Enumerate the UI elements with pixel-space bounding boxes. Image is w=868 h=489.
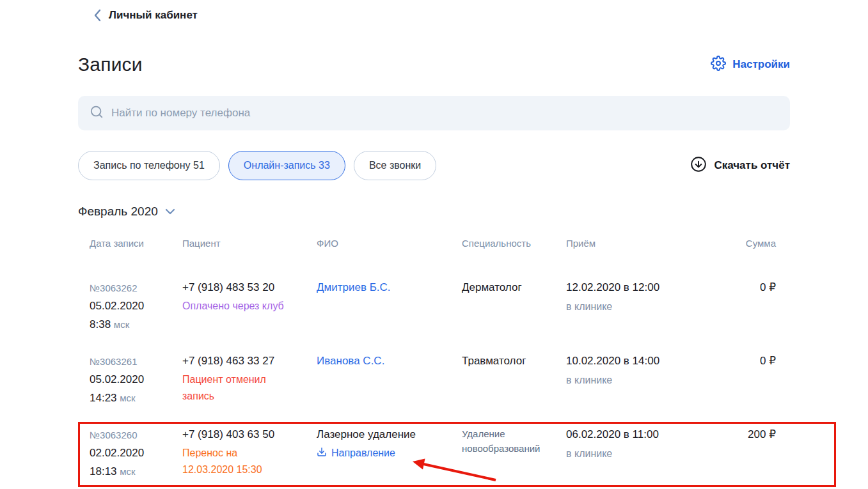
timezone-label: мск bbox=[120, 392, 135, 403]
search-input[interactable] bbox=[111, 107, 778, 120]
download-report-label: Скачать отчёт bbox=[714, 159, 790, 172]
patient-fio-link[interactable]: Дмитриев Б.С. bbox=[317, 281, 391, 293]
table-row: №3063262 05.02.2020 8:38 мск +7 (918) 48… bbox=[78, 268, 790, 341]
timezone-label: мск bbox=[114, 319, 129, 330]
referral-label: Направление bbox=[331, 447, 395, 459]
visit-datetime: 12.02.2020 в 12:00 bbox=[566, 279, 704, 296]
status-badge: Перенос на 12.03.2020 15:30 bbox=[182, 445, 286, 478]
col-header-patient: Пациент bbox=[182, 238, 317, 249]
service-name: Лазерное удаление bbox=[317, 426, 462, 443]
record-time: 14:23 мск bbox=[90, 389, 182, 408]
patient-fio-link[interactable]: Иванова С.С. bbox=[317, 355, 384, 367]
settings-button[interactable]: Настройки bbox=[711, 56, 790, 74]
appointments-page: Личный кабинет Записи Настройки Запись п… bbox=[0, 0, 868, 489]
settings-label: Настройки bbox=[732, 58, 790, 71]
amount: 0 ₽ bbox=[760, 355, 776, 367]
arrow-down-circle-icon bbox=[690, 156, 707, 175]
chevron-down-icon bbox=[165, 206, 175, 217]
amount: 0 ₽ bbox=[760, 281, 776, 293]
visit-datetime: 10.02.2020 в 14:00 bbox=[566, 353, 704, 369]
patient-phone: +7 (918) 463 33 27 bbox=[182, 353, 317, 369]
specialty: Дерматолог bbox=[462, 279, 566, 296]
status-badge: Пациент отменил запись bbox=[182, 371, 286, 405]
amount: 200 ₽ bbox=[748, 428, 776, 440]
search-bar[interactable] bbox=[78, 96, 790, 130]
download-report-button[interactable]: Скачать отчёт bbox=[690, 156, 790, 175]
table-header: Дата записи Пациент ФИО Специальность Пр… bbox=[78, 238, 790, 249]
col-header-specialty: Специальность bbox=[462, 238, 566, 249]
gear-icon bbox=[711, 56, 726, 74]
visit-place: в клинике bbox=[566, 299, 704, 315]
record-number: №3063261 bbox=[90, 353, 182, 370]
record-number: №3063262 bbox=[90, 279, 182, 297]
record-time: 18:13 мск bbox=[90, 462, 182, 481]
page-title: Записи bbox=[78, 52, 143, 77]
table-row-highlighted: №3063260 02.02.2020 18:13 мск +7 (918) 4… bbox=[78, 415, 790, 481]
col-header-visit: Приём bbox=[566, 238, 704, 249]
patient-phone: +7 (918) 403 63 50 bbox=[182, 426, 317, 443]
appointments-table: Дата записи Пациент ФИО Специальность Пр… bbox=[78, 238, 790, 481]
month-selector[interactable]: Февраль 2020 bbox=[78, 205, 790, 219]
patient-phone: +7 (918) 483 53 20 bbox=[182, 279, 317, 296]
table-row: №3063261 05.02.2020 14:23 мск +7 (918) 4… bbox=[78, 341, 790, 415]
visit-datetime: 06.02.2020 в 11:00 bbox=[566, 426, 704, 443]
record-time: 8:38 мск bbox=[90, 315, 182, 334]
filter-phone-booking[interactable]: Запись по телефону 51 bbox=[78, 151, 220, 180]
col-header-date: Дата записи bbox=[90, 238, 182, 249]
visit-place: в клинике bbox=[566, 372, 704, 389]
back-link[interactable]: Личный кабинет bbox=[93, 0, 790, 22]
specialty: Травматолог bbox=[462, 353, 566, 369]
col-header-amount: Сумма bbox=[704, 238, 776, 249]
filter-all-calls[interactable]: Все звонки bbox=[354, 151, 436, 180]
search-icon bbox=[90, 105, 104, 121]
download-tray-icon bbox=[317, 447, 327, 460]
record-date: 02.02.2020 bbox=[90, 444, 182, 462]
filter-online-booking[interactable]: Онлайн-запись 33 bbox=[228, 151, 345, 180]
referral-download-link[interactable]: Направление bbox=[317, 447, 462, 460]
record-date: 05.02.2020 bbox=[90, 297, 182, 315]
month-label: Февраль 2020 bbox=[78, 205, 158, 219]
back-label: Личный кабинет bbox=[109, 9, 198, 22]
timezone-label: мск bbox=[120, 466, 135, 477]
record-number: №3063260 bbox=[90, 426, 182, 444]
specialty: Удаление новообразований bbox=[462, 426, 566, 456]
status-badge: Оплачено через клуб bbox=[182, 298, 286, 314]
chevron-left-icon bbox=[93, 9, 101, 22]
col-header-fio: ФИО bbox=[317, 238, 462, 249]
visit-place: в клинике bbox=[566, 446, 704, 462]
record-date: 05.02.2020 bbox=[90, 370, 182, 389]
